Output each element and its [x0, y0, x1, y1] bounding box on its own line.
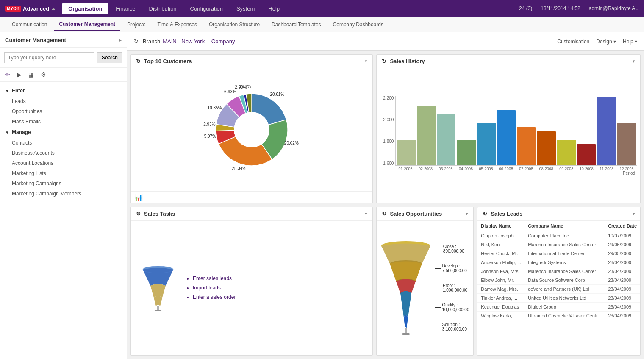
nav-leads[interactable]: Leads [0, 96, 127, 106]
main-layout: Customer Management ▸ Search ✏ ▶ ▦ ⚙ ▼ E… [0, 32, 644, 359]
nav-org-structure[interactable]: Organisation Structure [204, 19, 265, 30]
datetime-display: 13/11/2014 14:52 [541, 6, 580, 11]
r-refresh-so[interactable]: ↻ [382, 211, 386, 217]
user-display[interactable]: admin@Rapidbyte AU [589, 6, 639, 11]
nav-opportunities[interactable]: Opportunities [0, 106, 127, 117]
r-dropdown-top10[interactable]: ▾ [365, 58, 367, 64]
design-btn[interactable]: Design ▾ [596, 39, 616, 45]
chart-icon2[interactable]: 📊 [134, 194, 143, 201]
r-dropdown-so[interactable]: ▾ [466, 211, 468, 217]
opp-label-solution: Solution : 3,100,000.00 [435, 322, 472, 331]
leads-row-3[interactable]: Anderson Phillip, ... Integredr Systems … [477, 258, 640, 267]
play-icon[interactable]: ▶ [17, 71, 22, 78]
svg-rect-19 [405, 328, 407, 333]
chart-icon[interactable]: ▦ [28, 71, 34, 78]
nav-business-accounts[interactable]: Business Accounts [0, 148, 127, 158]
leads-row-5[interactable]: Elbow John, Mr. Data Source Software Cor… [477, 276, 640, 284]
r-title-st: Sales Tasks [144, 211, 175, 217]
widget-sales-leads2: ↻ Sales Leads ▾ Display Name Company Nam… [477, 207, 641, 356]
r-refresh-sh[interactable]: ↻ [382, 58, 386, 64]
pencil-icon[interactable]: ✏ [5, 71, 10, 78]
nav-time-expenses[interactable]: Time & Expenses [152, 19, 202, 30]
leads-row-7[interactable]: Tinkler Andrea, ... United Utilities Net… [477, 293, 640, 302]
nav-marketing-campaign-members[interactable]: Marketing Campaign Members [0, 189, 127, 199]
arrow-enter: ▼ [5, 89, 9, 93]
second-nav: Communication Customer Management Projec… [0, 17, 644, 32]
b7 [517, 127, 536, 165]
opp-funnel-svg [378, 239, 433, 337]
nav-account-locations[interactable]: Account Locations [0, 158, 127, 168]
b12 [617, 123, 636, 165]
b9 [557, 140, 576, 165]
r-title-so: Sales Opportunities [390, 211, 442, 217]
breadcrumb-bar: ↻ Branch MAIN - New York : Company Custo… [127, 32, 644, 51]
leads-row-1[interactable]: Nikl, Ken Marenco Insurance Sales Center… [477, 240, 640, 249]
r-dropdown-sh[interactable]: ▾ [633, 58, 635, 64]
nav-help[interactable]: Help [262, 3, 286, 14]
sidebar-collapse-btn[interactable]: ▸ [119, 36, 122, 43]
widget-sales-tasks2: ↻ Sales Tasks ▾ Enter sales leads Import… [130, 207, 373, 356]
task-li-3[interactable]: Enter a sales order [193, 292, 236, 302]
help-btn[interactable]: Help ▾ [623, 39, 637, 45]
pie-svg: 6.63%2.09%1.17%20.61%20.02%28.34%5.97%2.… [192, 85, 311, 174]
nav-projects[interactable]: Projects [122, 19, 150, 30]
leads-row-9[interactable]: Winglow Karla, ... Ultramed Cosmetic & L… [477, 311, 640, 320]
breadcrumb-separator: : [207, 38, 209, 45]
gear-icon[interactable]: ⚙ [41, 71, 46, 78]
nav-mass-emails[interactable]: Mass Emails [0, 117, 127, 127]
nav-marketing-campaigns[interactable]: Marketing Campaigns [0, 178, 127, 189]
nav-organisation[interactable]: Organisation [62, 3, 108, 14]
section-enter[interactable]: ▼ Enter [0, 85, 127, 96]
r-refresh-top10[interactable]: ↻ [136, 58, 141, 64]
leads-row-2[interactable]: Hester Chuck, Mr. Internationnal Trade C… [477, 249, 640, 258]
breadcrumb-main-link[interactable]: MAIN - New York [163, 38, 205, 45]
breadcrumb-company-link[interactable]: Company [211, 38, 235, 45]
svg-text:20.61%: 20.61% [270, 92, 285, 97]
nav-configuration[interactable]: Configuration [184, 3, 229, 14]
svg-rect-12 [157, 306, 159, 310]
logo: MYOB Advanced ☁ [5, 6, 56, 12]
r-dropdown-st[interactable]: ▾ [365, 211, 367, 217]
section-manage[interactable]: ▼ Manage [0, 127, 127, 138]
breadcrumb-refresh-icon[interactable]: ↻ [134, 38, 139, 45]
svg-text:2.93%: 2.93% [203, 122, 215, 127]
customisation-btn[interactable]: Customisation [557, 39, 589, 45]
nav-system[interactable]: System [230, 3, 261, 14]
nav-distribution[interactable]: Distribution [143, 3, 183, 14]
task-li-1[interactable]: Enter sales leads [193, 274, 236, 283]
r-title-top10: Top 10 Customers [144, 58, 192, 64]
leads-row-6[interactable]: Darrow Mag, Mrs. deVere and Partners (UK… [477, 284, 640, 293]
b1 [397, 140, 415, 165]
nav-finance[interactable]: Finance [110, 3, 141, 14]
r-refresh-st[interactable]: ↻ [136, 211, 141, 217]
nav-contacts[interactable]: Contacts [0, 138, 127, 148]
notifications-badge[interactable]: 24 (3) [519, 6, 532, 11]
r-dropdown-sl[interactable]: ▾ [633, 211, 635, 217]
svg-text:10.35%: 10.35% [208, 105, 222, 110]
r-title-sh: Sales History [390, 58, 425, 64]
leads-row-0[interactable]: Clapton Joseph, ... Computer Place Inc 1… [477, 231, 640, 240]
r-refresh-sl[interactable]: ↻ [483, 211, 487, 217]
nav-communication[interactable]: Communication [7, 19, 52, 30]
nav-dashboard-templates[interactable]: Dashboard Templates [266, 19, 326, 30]
nav-marketing-lists[interactable]: Marketing Lists [0, 168, 127, 178]
b6 [497, 110, 516, 165]
b2 [417, 106, 436, 165]
task-li-2[interactable]: Import leads [193, 283, 236, 292]
leads-row-4[interactable]: Johnson Eva, Mrs. Marenco Insurance Sale… [477, 267, 640, 276]
tasks-funnel-icon2 [141, 264, 175, 311]
search-button[interactable]: Search [97, 52, 122, 63]
nav-customer-management[interactable]: Customer Management [54, 19, 120, 31]
b11 [597, 97, 616, 165]
myob-logo: MYOB [5, 6, 21, 12]
main-content: ↻ Branch MAIN - New York : Company Custo… [127, 32, 644, 359]
leads-row-8[interactable]: Keatinge, Douglas Digicel Group 23/04/20… [477, 302, 640, 311]
opp-label-qualify: Qualify : 10,000,000.00 [435, 303, 472, 312]
search-input[interactable] [4, 52, 94, 63]
nav-company-dashboards[interactable]: Company Dashboards [328, 19, 389, 30]
svg-text:6.63%: 6.63% [224, 89, 236, 94]
svg-point-13 [154, 310, 162, 311]
section-manage-label: Manage [12, 129, 31, 135]
top-nav-items: Organisation Finance Distribution Config… [62, 3, 519, 14]
svg-point-20 [402, 333, 410, 335]
